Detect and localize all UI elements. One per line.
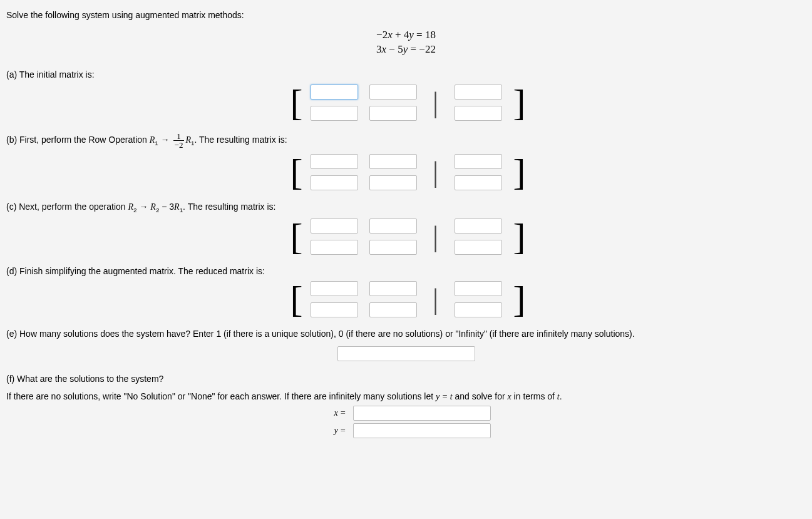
part-a-label: (a) The initial matrix is: [6,69,806,80]
matrix-c-r2c3[interactable] [455,240,502,255]
intro-text: Solve the following system using augment… [6,10,806,20]
matrix-c: [ | ] [290,218,522,255]
augment-bar-icon: | [428,158,443,187]
matrix-b-r2c2[interactable] [369,175,417,190]
matrix-a-r2c2[interactable] [369,106,417,121]
matrix-d-r1c2[interactable] [369,281,417,296]
matrix-b-r2c3[interactable] [455,175,502,190]
matrix-b-r1c2[interactable] [369,154,417,169]
matrix-c-r1c3[interactable] [455,218,502,234]
part-d-label: (d) Finish simplifying the augmented mat… [6,266,806,276]
matrix-c-r1c1[interactable] [311,218,358,234]
matrix-b-r1c1[interactable] [311,154,358,169]
equation-line-2: 3x − 5y = −22 [6,43,806,56]
matrix-d: [ | ] [290,281,522,317]
part-c-label: (c) Next, perform the operation R2 → R2 … [6,202,806,213]
matrix-a-r1c2[interactable] [369,85,417,100]
augment-bar-icon: | [428,222,443,251]
part-b-label: (b) First, perform the Row Operation R1 … [6,132,806,149]
matrix-a: [ | ] [290,85,522,121]
part-e-label: (e) How many solutions does the system h… [6,329,806,339]
matrix-a-r2c3[interactable] [455,106,502,121]
y-equals-label: y = [321,426,346,436]
bracket-right-icon: ] [513,154,522,190]
x-answer-input[interactable] [353,406,491,421]
bracket-right-icon: ] [513,281,522,317]
matrix-d-r2c3[interactable] [455,302,502,317]
equation-system: −2x + 4y = 18 3x − 5y = −22 [6,29,806,56]
bracket-left-icon: [ [290,154,299,190]
matrix-b: [ | ] [290,154,522,190]
y-answer-input[interactable] [353,423,491,438]
bracket-left-icon: [ [290,85,299,121]
bracket-left-icon: [ [290,218,299,255]
matrix-b-r1c3[interactable] [455,154,502,169]
matrix-d-r1c3[interactable] [455,281,502,296]
bracket-right-icon: ] [513,85,522,121]
equation-line-1: −2x + 4y = 18 [6,29,806,41]
matrix-c-r1c2[interactable] [369,218,417,234]
matrix-c-r2c2[interactable] [369,240,417,255]
matrix-d-r2c2[interactable] [369,302,417,317]
bracket-left-icon: [ [290,281,299,317]
matrix-a-r1c1[interactable] [311,85,358,100]
matrix-c-r2c1[interactable] [311,240,358,255]
matrix-a-r2c1[interactable] [311,106,358,121]
part-f-label-2: If there are no solutions, write "No Sol… [6,391,806,402]
matrix-b-r2c1[interactable] [311,175,358,190]
num-solutions-input[interactable] [337,346,475,361]
matrix-d-r1c1[interactable] [311,281,358,296]
bracket-right-icon: ] [513,218,522,255]
augment-bar-icon: | [428,285,443,314]
matrix-d-r2c1[interactable] [311,302,358,317]
augment-bar-icon: | [428,88,443,117]
matrix-a-r1c3[interactable] [455,85,502,100]
part-f-label-1: (f) What are the solutions to the system… [6,374,806,384]
x-equals-label: x = [321,408,346,418]
